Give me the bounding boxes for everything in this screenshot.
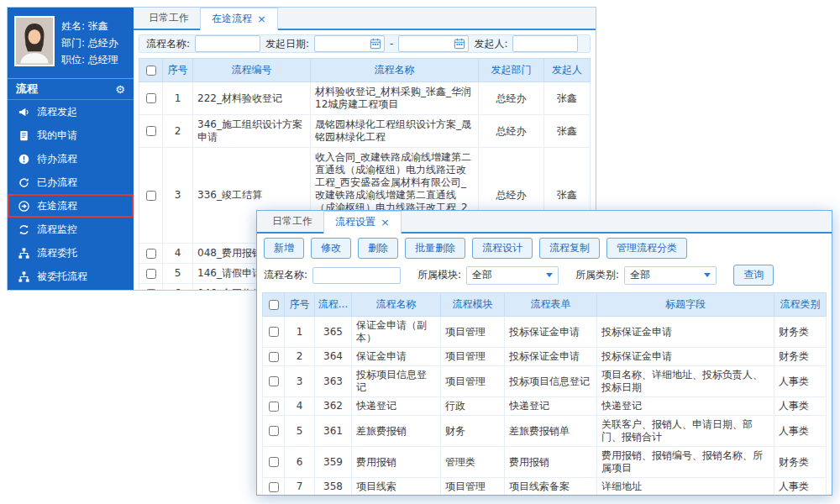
table-row[interactable]: 5 361 差旅费报销 财务 差旅费报销单 关联客户、报销人、申请日期、部门、报…: [263, 416, 827, 447]
sidebar-item-my-applications[interactable]: 我的申请: [8, 123, 134, 147]
row-checkbox[interactable]: [146, 191, 156, 201]
row-checkbox[interactable]: [146, 289, 156, 291]
document-icon: [18, 129, 30, 142]
cell-title-fields: 费用报销、报销编号、报销名称、所属项目: [597, 447, 774, 478]
cell-no: 3: [285, 366, 315, 397]
table-header-row: 序号 流程... 流程名称 流程模块 流程表单 标题字段 流程类别: [263, 293, 827, 317]
row-checkbox[interactable]: [146, 93, 156, 103]
table-row[interactable]: 1 365 保证金申请（副本） 项目管理 投标保证金申请 投标保证金申请 财务类: [263, 317, 827, 348]
profile-photo: [14, 16, 55, 66]
cell-process-code: 346_施工组织设计方案申请: [193, 115, 311, 148]
tab-daily-work[interactable]: 日常工作: [138, 8, 200, 29]
select-all-cell: [139, 59, 163, 82]
category-select[interactable]: 全部: [624, 266, 717, 285]
row-checkbox[interactable]: [269, 402, 279, 412]
start-date-input[interactable]: [314, 35, 385, 52]
sidebar-item-delegated-processes[interactable]: 被委托流程: [8, 265, 134, 288]
row-checkbox[interactable]: [269, 426, 279, 436]
sidebar: 姓名: 张鑫 部门: 总经办 职位: 总经理 流程 ⚙ 流程发起 我的申请: [8, 8, 134, 290]
sidebar-menu: 流程发起 我的申请 待办流程 已办流程 在途流程: [8, 100, 134, 288]
sidebar-item-process-initiate[interactable]: 流程发起: [8, 100, 134, 123]
batch-delete-button[interactable]: 批量删除: [405, 238, 465, 259]
delete-button[interactable]: 删除: [358, 238, 398, 259]
initiator-input[interactable]: [512, 35, 578, 52]
exclamation-circle-icon: [18, 153, 30, 165]
checkbox-cell: [263, 317, 285, 348]
cell-form: 快递登记: [505, 397, 597, 416]
sidebar-item-in-transit-processes[interactable]: 在途流程: [8, 194, 134, 218]
row-checkbox[interactable]: [146, 269, 156, 279]
col-form: 流程表单: [505, 293, 597, 317]
sidebar-item-completed-processes[interactable]: 已办流程: [8, 171, 134, 194]
cell-form: 投标项目信息登记: [505, 366, 597, 397]
select-all-checkbox[interactable]: [146, 66, 156, 76]
cell-module: 项目管理: [441, 317, 505, 348]
tab-daily-work[interactable]: 日常工作: [261, 211, 323, 232]
category-label: 所属类别:: [575, 268, 619, 282]
process-name-input[interactable]: [195, 35, 260, 52]
table-row[interactable]: 1 222_材料验收登记 材料验收登记_材料采购_张鑫_华润12城房建工程项目 …: [139, 82, 591, 115]
sidebar-item-process-delegation[interactable]: 流程委托: [8, 241, 134, 265]
search-button[interactable]: 查询: [733, 265, 774, 286]
col-dept: 发起部门: [479, 59, 544, 82]
row-checkbox[interactable]: [146, 126, 156, 136]
table-row[interactable]: 2 346_施工组织设计方案申请 晟铭园林绿化工程组织设计方案_晟铭园林绿化工程…: [139, 115, 591, 148]
sidebar-item-process-monitoring[interactable]: 流程监控: [8, 218, 134, 241]
module-select[interactable]: 全部: [466, 266, 559, 285]
sidebar-item-label: 在途流程: [37, 199, 77, 213]
table-row[interactable]: 3 363 投标项目信息登记 项目管理 投标项目信息登记 项目名称、详细地址、投…: [263, 366, 827, 397]
date-range-separator: -: [390, 38, 393, 50]
sidebar-section-header: 流程 ⚙: [8, 78, 134, 100]
col-no: 序号: [163, 59, 193, 82]
gear-icon[interactable]: ⚙: [115, 83, 125, 96]
process-copy-button[interactable]: 流程复制: [539, 238, 600, 259]
cell-process-code: 363: [315, 366, 352, 397]
cell-process-name: 费用报销: [352, 447, 441, 478]
row-checkbox[interactable]: [269, 482, 279, 492]
cell-initiator: 张鑫: [544, 115, 591, 148]
table-row[interactable]: 6 359 费用报销 管理类 费用报销 费用报销、报销编号、报销名称、所属项目 …: [263, 447, 827, 478]
row-checkbox[interactable]: [146, 249, 156, 259]
module-select-value: 全部: [472, 268, 492, 282]
col-no: 序号: [285, 293, 315, 317]
end-date-input[interactable]: [398, 35, 469, 52]
cell-no: 7: [285, 478, 315, 496]
cell-title-fields: 投标保证金申请: [597, 317, 774, 348]
sidebar-item-label: 流程委托: [37, 246, 77, 260]
process-settings-window: 日常工作 流程设置 × 新增 修改 删除 批量删除 流程设计 流程复制 管理流程…: [256, 210, 832, 496]
manage-category-button[interactable]: 管理流程分类: [606, 238, 687, 259]
cell-process-code: 222_材料验收登记: [193, 82, 311, 115]
sidebar-item-pending-processes[interactable]: 待办流程: [8, 147, 134, 171]
process-name-input[interactable]: [312, 267, 401, 284]
sync-arrows-icon: [18, 223, 30, 236]
row-checkbox[interactable]: [269, 352, 279, 362]
cell-no: 6: [163, 284, 193, 291]
checkbox-cell: [139, 264, 163, 284]
tab-label: 日常工作: [272, 214, 312, 228]
table-row[interactable]: 2 364 保证金申请 项目管理 投标保证金申请 投标保证金申请 财务类: [263, 348, 827, 366]
col-category: 流程类别: [774, 293, 827, 317]
table-row[interactable]: 4 362 快递登记 行政 快递登记 快递登记 人事类: [263, 397, 827, 416]
select-all-checkbox[interactable]: [269, 300, 279, 310]
add-button[interactable]: 新增: [264, 238, 304, 259]
row-checkbox[interactable]: [269, 457, 279, 467]
tab-in-transit-processes[interactable]: 在途流程 ×: [200, 8, 278, 30]
checkbox-cell: [263, 397, 285, 416]
table-row[interactable]: 7 358 项目线索 项目管理 项目线索备案 详细地址 人事类: [263, 478, 827, 496]
cell-dept: 总经办: [479, 115, 544, 148]
cell-dept: 总经办: [479, 82, 544, 115]
process-settings-toolbar: 新增 修改 删除 批量删除 流程设计 流程复制 管理流程分类: [257, 234, 832, 260]
col-initiator: 发起人: [544, 59, 591, 82]
back-filter-bar: 流程名称: 发起日期: - 发起人:: [139, 34, 591, 53]
initiator-label: 发起人:: [474, 37, 507, 51]
tab-process-settings[interactable]: 流程设置 ×: [323, 211, 402, 234]
tab-close-icon[interactable]: ×: [257, 13, 266, 24]
tab-close-icon[interactable]: ×: [381, 217, 390, 228]
process-design-button[interactable]: 流程设计: [472, 238, 533, 259]
row-checkbox[interactable]: [269, 376, 279, 386]
tab-label: 流程设置: [335, 215, 375, 229]
row-checkbox[interactable]: [269, 327, 279, 337]
edit-button[interactable]: 修改: [311, 238, 351, 259]
cell-process-code: 359: [315, 447, 352, 478]
cell-process-name: 保证金申请: [352, 348, 441, 366]
